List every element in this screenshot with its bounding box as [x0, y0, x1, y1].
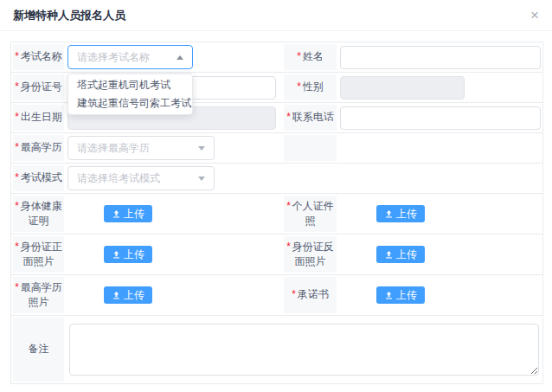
remark-textarea[interactable] [69, 324, 539, 376]
full-name-label: *姓名 [282, 42, 338, 72]
id-photo-upload-button[interactable]: 上传 [376, 205, 425, 222]
gender-input [340, 76, 465, 100]
required-star: * [15, 171, 19, 183]
required-star: * [15, 200, 19, 212]
required-star: * [297, 80, 301, 93]
gender-label: *性别 [282, 73, 338, 102]
form-row-health-cert: *身体健康证明 上传 *个人证件照 上传 [11, 194, 542, 235]
required-star: * [15, 281, 19, 293]
form-row-edu-photo: *最高学历照片 上传 *承诺书 上传 [11, 275, 542, 316]
chevron-down-icon [198, 177, 205, 181]
id-front-label: *身份证正面照片 [11, 235, 66, 274]
required-star: * [15, 80, 19, 93]
id-back-upload-button[interactable]: 上传 [376, 246, 425, 263]
exam-mode-label: *考试模式 [11, 164, 66, 193]
required-star: * [286, 241, 291, 253]
id-back-label: *身份证反面照片 [282, 235, 338, 274]
exam-mode-select[interactable]: 请选择培考试模式 [67, 166, 215, 190]
required-star: * [286, 200, 291, 212]
dialog-header: 新增特种人员报名人员 × [0, 0, 552, 31]
upload-icon [384, 250, 394, 260]
phone-label: *联系电话 [282, 103, 338, 132]
commitment-upload-button[interactable]: 上传 [376, 286, 425, 304]
required-star: * [286, 111, 291, 123]
chevron-down-icon [198, 146, 205, 151]
phone-input[interactable] [340, 106, 541, 130]
edu-photo-upload-button[interactable]: 上传 [104, 286, 152, 304]
dialog-title: 新增特种人员报名人员 [13, 8, 125, 23]
education-label: *最高学历 [11, 133, 66, 163]
upload-icon [112, 209, 121, 219]
health-cert-upload-button[interactable]: 上传 [104, 205, 152, 222]
full-name-input[interactable] [340, 46, 541, 69]
close-icon[interactable]: × [530, 8, 539, 22]
empty-cell [282, 164, 338, 193]
required-star: * [292, 288, 296, 300]
upload-icon [384, 291, 394, 300]
exam-name-dropdown: 塔式起重机司机考试 建筑起重信号司索工考试 [67, 74, 193, 115]
education-placeholder: 请选择最高学历 [77, 141, 150, 156]
exam-mode-placeholder: 请选择培考试模式 [77, 171, 160, 186]
upload-icon [112, 291, 121, 300]
edu-photo-label: *最高学历照片 [11, 275, 66, 315]
id-photo-label: *个人证件照 [282, 194, 338, 234]
form-row-remark: 备注 [11, 316, 542, 383]
id-number-label: *身份证号 [11, 73, 66, 102]
upload-icon [112, 250, 121, 260]
birth-date-label: *出生日期 [11, 103, 66, 132]
remark-label: 备注 [11, 316, 66, 383]
form-row-id-front: *身份证正面照片 上传 *身份证反面照片 上传 [11, 235, 542, 275]
exam-name-select[interactable]: 请选择考试名称 塔式起重机司机考试 建筑起重信号司索工考试 [67, 45, 193, 69]
health-cert-label: *身体健康证明 [11, 194, 66, 234]
form-row-exam-name: *考试名称 请选择考试名称 塔式起重机司机考试 建筑起重信号司索工考试 *姓名 [11, 42, 542, 73]
exam-name-option-1[interactable]: 塔式起重机司机考试 [68, 76, 192, 94]
form-row-education: *最高学历 请选择最高学历 [11, 133, 542, 164]
empty-label-cell [282, 133, 338, 163]
form-row-exam-mode: *考试模式 请选择培考试模式 [11, 164, 542, 194]
chevron-up-icon [177, 55, 183, 60]
required-star: * [15, 50, 19, 62]
required-star: * [15, 111, 19, 123]
id-front-upload-button[interactable]: 上传 [104, 246, 152, 263]
required-star: * [15, 241, 19, 253]
exam-name-option-2[interactable]: 建筑起重信号司索工考试 [68, 94, 192, 112]
commitment-label: *承诺书 [282, 275, 338, 315]
upload-icon [384, 209, 394, 219]
registration-form: *考试名称 请选择考试名称 塔式起重机司机考试 建筑起重信号司索工考试 *姓名 [10, 42, 543, 384]
exam-name-placeholder: 请选择考试名称 [77, 50, 150, 65]
required-star: * [15, 141, 19, 153]
exam-name-label: *考试名称 [11, 42, 66, 72]
add-special-personnel-dialog: 新增特种人员报名人员 × *考试名称 请选择考试名称 塔式起重机司机考试 建筑起… [0, 0, 552, 392]
required-star: * [297, 50, 301, 62]
education-select[interactable]: 请选择最高学历 [67, 136, 215, 160]
